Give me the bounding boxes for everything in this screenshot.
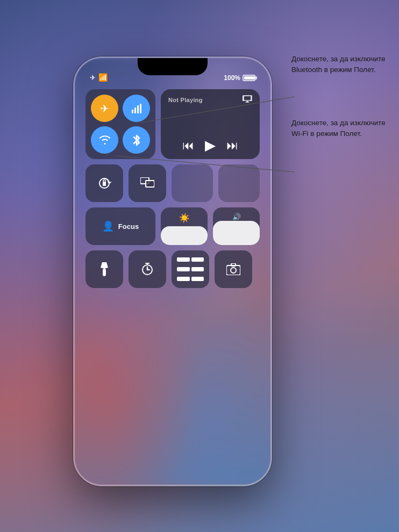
- svg-marker-10: [101, 262, 108, 269]
- person-icon: 👤: [102, 220, 114, 232]
- svg-rect-3: [140, 104, 141, 113]
- bluetooth-button[interactable]: [123, 126, 150, 154]
- status-left: ✈ 📶: [90, 73, 108, 82]
- row-bottom: [86, 250, 260, 288]
- svg-rect-17: [226, 265, 240, 275]
- orientation-lock-button[interactable]: [86, 164, 123, 202]
- battery-icon-container: [243, 75, 255, 81]
- airplay-icon[interactable]: [243, 95, 252, 105]
- brightness-fill: [161, 226, 208, 245]
- focus-label: Focus: [118, 222, 139, 231]
- control-center: ✈: [86, 89, 260, 463]
- play-pause-button[interactable]: ▶: [205, 137, 216, 154]
- now-playing-title: Not Playing: [168, 97, 203, 103]
- battery-icon: [243, 75, 255, 81]
- row-focus-sliders: 👤 Focus ☀️ 🔊: [86, 207, 260, 245]
- annotation-bluetooth: Докоснете, за да изключите Bluetooth в р…: [291, 54, 394, 75]
- row-connectivity-nowplaying: ✈: [86, 89, 260, 159]
- brightness-slider[interactable]: ☀️: [161, 207, 208, 245]
- fast-forward-button[interactable]: ⏭: [226, 139, 238, 153]
- brightness-icon: ☀️: [179, 213, 190, 223]
- playback-controls: ⏮ ▶ ⏭: [168, 137, 252, 154]
- notch: [138, 58, 208, 75]
- battery-fill: [244, 76, 254, 80]
- volume-slider[interactable]: 🔊: [213, 207, 260, 245]
- wifi-button[interactable]: [91, 126, 118, 154]
- volume-icon: 🔊: [232, 213, 241, 221]
- focus-button[interactable]: 👤 Focus: [86, 207, 155, 245]
- screen-mirror-button[interactable]: [129, 164, 166, 202]
- wifi-status-icon: 📶: [98, 73, 108, 82]
- rewind-button[interactable]: ⏮: [182, 139, 194, 153]
- svg-rect-11: [103, 269, 106, 276]
- tile-empty-4[interactable]: [218, 164, 260, 202]
- svg-point-18: [231, 268, 236, 273]
- svg-rect-8: [146, 181, 154, 187]
- tile-empty-3[interactable]: [172, 164, 213, 202]
- svg-rect-0: [132, 110, 133, 113]
- airplane-mode-button[interactable]: ✈: [91, 95, 118, 122]
- timer-button[interactable]: [129, 250, 166, 288]
- row-second: [86, 164, 260, 202]
- cellular-button[interactable]: [123, 95, 150, 122]
- status-right: 100%: [224, 74, 255, 82]
- camera-button[interactable]: [215, 250, 252, 288]
- connectivity-block[interactable]: ✈: [86, 89, 155, 159]
- airplane-mode-icon: ✈: [90, 74, 96, 82]
- svg-rect-19: [231, 263, 236, 266]
- annotations-container: Докоснете, за да изключите Bluetooth в р…: [291, 54, 394, 139]
- svg-rect-2: [137, 105, 139, 113]
- calculator-button[interactable]: [172, 250, 209, 288]
- svg-rect-1: [134, 107, 136, 113]
- now-playing-header: Not Playing: [168, 95, 252, 105]
- scene: ✈ 📶 100% ✈: [0, 0, 399, 532]
- volume-fill: [213, 221, 260, 246]
- phone-frame: ✈ 📶 100% ✈: [73, 56, 272, 486]
- annotation-wifi: Докоснете, за да изключите Wi-Fi в режим…: [291, 118, 394, 139]
- svg-rect-6: [103, 182, 106, 186]
- battery-percent: 100%: [224, 74, 240, 82]
- flashlight-button[interactable]: [86, 250, 123, 288]
- now-playing-block[interactable]: Not Playing ⏮ ▶ ⏭: [161, 89, 260, 159]
